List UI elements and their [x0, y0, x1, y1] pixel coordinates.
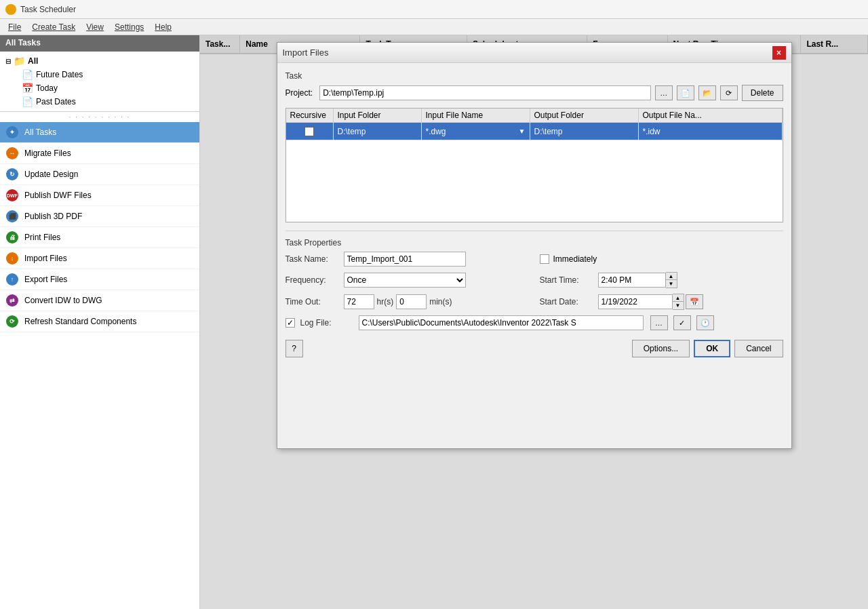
log-file-checkbox[interactable]: ✓ — [285, 318, 295, 328]
start-date-input[interactable] — [598, 294, 673, 309]
task-name-input[interactable] — [344, 252, 466, 267]
options-button[interactable]: Options... — [632, 340, 690, 357]
immediately-checkbox[interactable] — [540, 254, 549, 264]
new-project-btn[interactable]: 📄 — [677, 85, 694, 100]
task-section-label: Task — [285, 71, 783, 81]
calendar-btn[interactable]: 📅 — [686, 294, 703, 309]
tree-item-future-dates[interactable]: 📄 Future Dates — [16, 68, 199, 81]
recursive-checkbox[interactable]: ✓ — [304, 127, 314, 136]
sidebar-item-all-tasks[interactable]: ✦ All Tasks — [0, 122, 199, 143]
menu-settings[interactable]: Settings — [109, 21, 149, 33]
grid-col-input-folder: Input Folder — [334, 109, 422, 122]
icon-circle-all: ✦ — [6, 126, 18, 138]
icon-refresh: ⟳ — [5, 315, 19, 328]
menu-view[interactable]: View — [81, 21, 109, 33]
delete-button[interactable]: Delete — [742, 85, 783, 101]
tree-item-past-dates[interactable]: 📄 Past Dates — [16, 95, 199, 109]
tree-past-dates-label: Past Dates — [36, 97, 76, 106]
sidebar-item-publish-dwf[interactable]: DWF Publish DWF Files — [0, 185, 199, 206]
tree-future-dates[interactable]: 📄 Future Dates — [0, 68, 199, 81]
start-time-spinner: ▲ ▼ — [598, 272, 677, 288]
sidebar-item-publish-3d[interactable]: ⬛ Publish 3D PDF — [0, 206, 199, 227]
browse-btn[interactable]: … — [655, 85, 673, 100]
cell-recursive[interactable]: ✓ — [286, 123, 334, 140]
sidebar-item-export-files[interactable]: ↑ Export Files — [0, 269, 199, 290]
tree-today-label: Today — [36, 83, 58, 93]
folder-icon-future: 📄 — [22, 69, 33, 80]
grid-row-1[interactable]: ✓ D:\temp *.dwg ▼ D:\temp *.idw — [286, 123, 783, 140]
task-name-label: Task Name: — [285, 254, 340, 264]
tree-future-dates-label: Future Dates — [36, 70, 83, 79]
start-time-down-btn[interactable]: ▼ — [666, 280, 677, 288]
sidebar-item-convert-label: Convert IDW to DWG — [24, 296, 102, 305]
timeout-min-input[interactable] — [396, 294, 427, 309]
icon-migrate: ↔ — [5, 146, 19, 160]
sidebar-item-import-files[interactable]: ↓ Import Files — [0, 248, 199, 269]
refresh-project-btn[interactable]: ⟳ — [720, 85, 738, 100]
menu-help[interactable]: Help — [149, 21, 177, 33]
start-time-input[interactable] — [598, 273, 666, 288]
grid-col-input-file: Input File Name — [422, 109, 530, 122]
icon-print: 🖨 — [5, 231, 19, 244]
sidebar-item-migrate-label: Migrate Files — [24, 149, 71, 158]
sidebar-item-refresh-label: Refresh Standard Components — [24, 317, 136, 326]
folder-icon-all: 📁 — [14, 56, 25, 66]
help-button[interactable]: ? — [285, 340, 303, 357]
sidebar-item-refresh[interactable]: ⟳ Refresh Standard Components — [0, 311, 199, 332]
dialog-overlay: Import Files × Task Project: … 📄 📂 ⟳ Del… — [200, 35, 868, 609]
menu-create-task[interactable]: Create Task — [26, 21, 81, 33]
dropdown-arrow[interactable]: ▼ — [519, 127, 526, 135]
start-date-spinner-btns: ▲ ▼ — [673, 294, 684, 310]
tree-today[interactable]: 📅 Today — [0, 81, 199, 95]
main-layout: All Tasks ⊟ 📁 All 📄 Future Dates 📅 Today — [0, 35, 868, 609]
file-grid: Recursive Input Folder Input File Name O… — [285, 108, 783, 222]
cell-output-file[interactable]: *.idw — [639, 123, 783, 140]
start-date-down-btn[interactable]: ▼ — [673, 302, 684, 309]
main-content: Task... Name Task Type Schedule at Frequ… — [200, 35, 868, 609]
start-time-up-btn[interactable]: ▲ — [666, 273, 677, 280]
timeout-hr-input[interactable] — [344, 294, 374, 309]
project-input[interactable] — [319, 85, 651, 100]
sidebar-item-migrate-files[interactable]: ↔ Migrate Files — [0, 143, 199, 164]
sidebar: All Tasks ⊟ 📁 All 📄 Future Dates 📅 Today — [0, 35, 200, 609]
cell-input-file[interactable]: *.dwg ▼ — [422, 123, 530, 140]
ok-button[interactable]: OK — [694, 340, 730, 357]
timeout-row: Time Out: hr(s) min(s) — [285, 294, 529, 310]
timeout-hr-label: hr(s) — [377, 297, 394, 307]
tree-item-today[interactable]: 📅 Today — [16, 81, 199, 95]
start-date-row: Start Date: ▲ ▼ 📅 — [540, 294, 783, 310]
immediately-label: Immediately — [553, 254, 597, 264]
dialog-close-button[interactable]: × — [772, 46, 786, 60]
tree-past-dates[interactable]: 📄 Past Dates — [0, 95, 199, 109]
sidebar-item-print-files[interactable]: 🖨 Print Files — [0, 227, 199, 248]
tree-item-all[interactable]: ⊟ 📁 All — [0, 54, 199, 68]
start-date-up-btn[interactable]: ▲ — [673, 294, 684, 302]
start-date-label: Start Date: — [540, 297, 594, 307]
immediately-row: Immediately — [540, 252, 783, 267]
cancel-button[interactable]: Cancel — [734, 340, 783, 357]
icon-all-tasks: ✦ — [5, 125, 19, 139]
sidebar-item-export-label: Export Files — [24, 275, 67, 284]
frequency-select[interactable]: Once Daily Weekly Monthly — [344, 273, 466, 288]
log-file-row: ✓ Log File: … ✓ 🕐 — [285, 315, 783, 330]
log-clock-btn[interactable]: 🕐 — [696, 315, 714, 330]
icon-circle-refresh: ⟳ — [6, 315, 18, 328]
start-time-label: Start Time: — [540, 275, 594, 285]
cell-input-folder[interactable]: D:\temp — [334, 123, 422, 140]
cell-output-folder[interactable]: D:\temp — [530, 123, 639, 140]
icon-circle-migrate: ↔ — [6, 147, 18, 159]
sidebar-tree: ⊟ 📁 All 📄 Future Dates 📅 Today 📄 — [0, 52, 199, 112]
input-file-value: *.dwg — [426, 127, 517, 136]
menu-file[interactable]: File — [3, 21, 26, 33]
log-browse-btn[interactable]: … — [650, 315, 668, 330]
log-file-input[interactable] — [359, 315, 644, 330]
log-check-btn[interactable]: ✓ — [673, 315, 691, 330]
app-title: Task Scheduler — [20, 5, 76, 14]
open-project-btn[interactable]: 📂 — [698, 85, 716, 100]
sidebar-item-update-design[interactable]: ↻ Update Design — [0, 164, 199, 185]
project-label: Project: — [285, 88, 313, 98]
sidebar-header: All Tasks — [0, 35, 199, 52]
app-icon — [5, 4, 16, 15]
icon-update: ↻ — [5, 168, 19, 181]
sidebar-item-convert-idw[interactable]: ⇄ Convert IDW to DWG — [0, 290, 199, 311]
